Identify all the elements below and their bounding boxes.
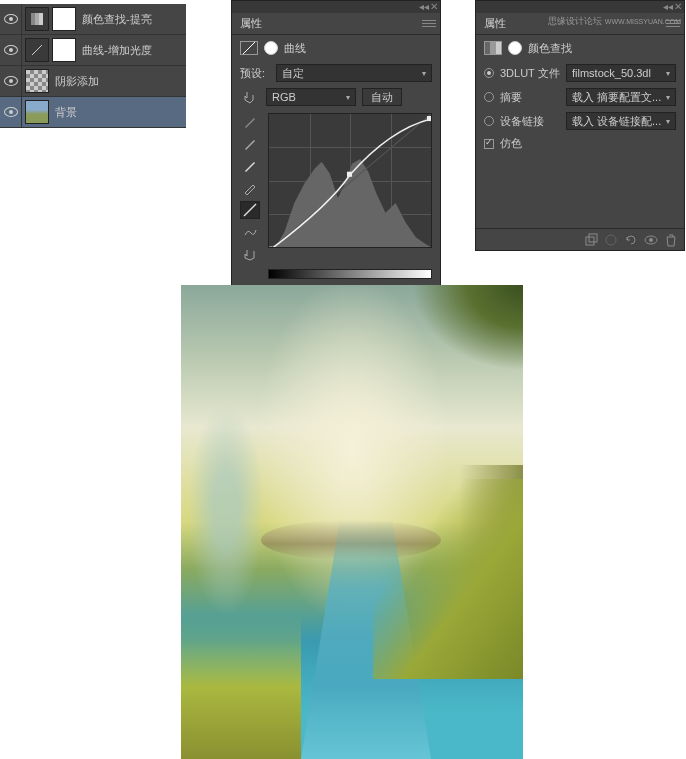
dither-row: 仿色: [476, 133, 684, 154]
previous-state-icon: [602, 232, 620, 248]
eye-icon: [4, 14, 18, 24]
visibility-toggle[interactable]: [0, 4, 22, 35]
radio-abstract[interactable]: [484, 92, 494, 102]
curve-point-icon[interactable]: [240, 201, 260, 219]
adjustment-type-row: 颜色查找: [476, 35, 684, 61]
svg-point-16: [649, 238, 653, 242]
preset-row: 预设: 自定▾: [232, 61, 440, 85]
layer-thumb[interactable]: [25, 69, 49, 93]
pencil-icon[interactable]: [240, 179, 260, 197]
chevron-down-icon: ▾: [666, 93, 670, 102]
radio-3dlut[interactable]: [484, 68, 494, 78]
layers-panel: 颜色查找-提亮 曲线-增加光度 阴影添加 背景: [0, 4, 186, 128]
radio-devicelink[interactable]: [484, 116, 494, 126]
adjustment-thumb[interactable]: [25, 7, 49, 31]
abstract-dropdown[interactable]: 载入 摘要配置文...▾: [566, 88, 676, 106]
lut-file-row: 3DLUT 文件 filmstock_50.3dl▾: [476, 61, 684, 85]
lut-file-dropdown[interactable]: filmstock_50.3dl▾: [566, 64, 676, 82]
collapse-icon[interactable]: ◂◂: [663, 3, 671, 11]
adjustment-type-label: 颜色查找: [528, 41, 572, 56]
eyedropper-white-icon[interactable]: [240, 157, 260, 175]
tab-properties[interactable]: 属性: [240, 16, 262, 31]
visibility-toggle[interactable]: [0, 35, 22, 66]
close-icon[interactable]: ✕: [674, 3, 682, 11]
svg-point-14: [606, 235, 616, 245]
svg-rect-4: [269, 247, 272, 248]
painting-preview: [181, 285, 523, 759]
visibility-icon[interactable]: [642, 232, 660, 248]
layer-name: 阴影添加: [55, 74, 99, 89]
visibility-toggle[interactable]: [0, 66, 22, 97]
mask-icon[interactable]: [264, 41, 278, 55]
curve-line: [269, 114, 431, 248]
devicelink-row: 设备链接 载入 设备链接配...▾: [476, 109, 684, 133]
svg-line-3: [269, 114, 431, 248]
properties-panel-colorlookup: ◂◂ ✕ 思缘设计论坛 WWW.MISSYUAN.COM 属性 颜色查找 3DL…: [475, 0, 685, 251]
curves-icon: [240, 41, 258, 55]
channel-row: RGB▾ 自动: [232, 85, 440, 109]
visibility-toggle[interactable]: [0, 97, 22, 128]
eye-icon: [4, 76, 18, 86]
mask-thumb[interactable]: [52, 7, 76, 31]
panel-header: ◂◂ ✕: [476, 1, 684, 13]
layer-row[interactable]: 曲线-增加光度: [0, 35, 186, 66]
layer-name: 颜色查找-提亮: [82, 12, 152, 27]
panel-menu-icon[interactable]: [422, 18, 436, 30]
dither-checkbox[interactable]: [484, 139, 494, 149]
adjustment-thumb[interactable]: [25, 38, 49, 62]
svg-rect-12: [586, 237, 594, 245]
chevron-down-icon: ▾: [666, 117, 670, 126]
properties-panel-curves: ◂◂ ✕ 属性 曲线 预设: 自定▾ RGB▾ 自动: [231, 0, 441, 308]
curves-graph[interactable]: [268, 113, 432, 248]
reset-icon[interactable]: [622, 232, 640, 248]
panel-footer: [476, 228, 684, 250]
watermark: 思缘设计论坛 WWW.MISSYUAN.COM: [548, 15, 681, 28]
curves-editor: [232, 109, 440, 267]
panel-tabs: 属性: [232, 13, 440, 35]
panel-header: ◂◂ ✕: [232, 1, 440, 13]
adjustment-type-label: 曲线: [284, 41, 306, 56]
collapse-icon[interactable]: ◂◂: [419, 3, 427, 11]
radio-3dlut-label: 3DLUT 文件: [500, 66, 560, 81]
dither-label: 仿色: [500, 136, 522, 151]
smooth-icon[interactable]: [240, 223, 260, 241]
curves-tools: [240, 113, 264, 263]
layer-row[interactable]: 颜色查找-提亮: [0, 4, 186, 35]
finger-tool-icon[interactable]: [240, 90, 260, 104]
svg-rect-5: [347, 172, 352, 177]
chevron-down-icon: ▾: [422, 69, 426, 78]
layer-row[interactable]: 阴影添加: [0, 66, 186, 97]
preset-dropdown[interactable]: 自定▾: [276, 64, 432, 82]
svg-rect-1: [35, 13, 39, 25]
mask-thumb[interactable]: [52, 38, 76, 62]
eyedropper-gray-icon[interactable]: [240, 135, 260, 153]
radio-devicelink-label: 设备链接: [500, 114, 560, 129]
layer-row[interactable]: 背景: [0, 97, 186, 128]
chevron-down-icon: ▾: [666, 69, 670, 78]
layer-name: 曲线-增加光度: [82, 43, 152, 58]
clip-to-layer-icon[interactable]: [582, 232, 600, 248]
devicelink-dropdown[interactable]: 载入 设备链接配...▾: [566, 112, 676, 130]
layer-thumb[interactable]: [25, 100, 49, 124]
preset-label: 预设:: [240, 66, 270, 81]
eye-icon: [4, 107, 18, 117]
tab-properties[interactable]: 属性: [484, 16, 506, 31]
channel-dropdown[interactable]: RGB▾: [266, 88, 356, 106]
adjustment-type-row: 曲线: [232, 35, 440, 61]
mask-icon[interactable]: [508, 41, 522, 55]
delete-icon[interactable]: [662, 232, 680, 248]
layer-name: 背景: [55, 105, 77, 120]
close-icon[interactable]: ✕: [430, 3, 438, 11]
input-gradient[interactable]: [268, 269, 432, 279]
chevron-down-icon: ▾: [346, 93, 350, 102]
eyedropper-black-icon[interactable]: [240, 113, 260, 131]
svg-rect-0: [31, 13, 35, 25]
svg-rect-2: [39, 13, 43, 25]
svg-rect-13: [589, 234, 597, 242]
colorlookup-icon: [484, 41, 502, 55]
radio-abstract-label: 摘要: [500, 90, 560, 105]
svg-rect-6: [427, 116, 431, 121]
auto-button[interactable]: 自动: [362, 88, 402, 106]
result-image: [181, 285, 523, 759]
hand-icon[interactable]: [240, 245, 260, 263]
